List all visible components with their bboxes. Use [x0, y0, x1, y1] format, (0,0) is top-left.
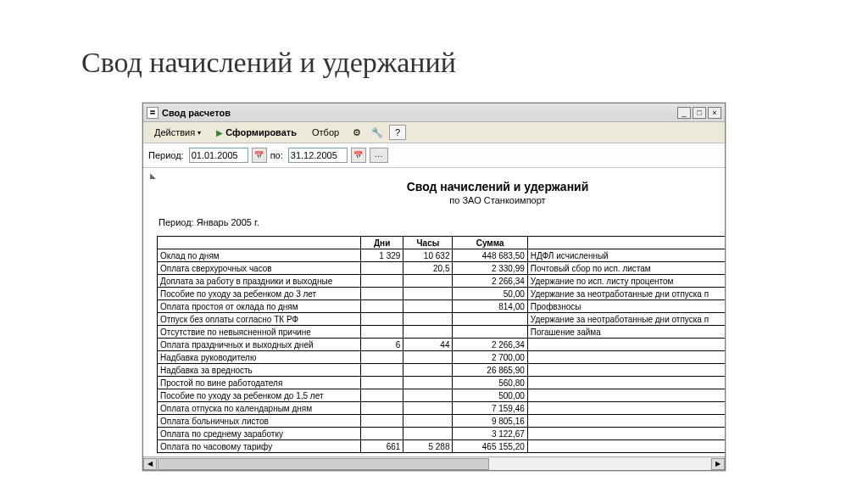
cell-hours [403, 402, 453, 415]
col-blank [158, 237, 361, 249]
scroll-right-icon[interactable]: ▶ [711, 458, 725, 470]
cell-desc: Доплата за работу в праздники и выходные [158, 275, 361, 288]
report-table: Дни Часы Сумма Сумма Оклад по дням1 3291… [157, 236, 725, 453]
table-row: Оплата отпуска по календарным дням7 159,… [158, 402, 726, 415]
cell-hours: 5 288 [403, 440, 453, 453]
cell-sum [453, 313, 527, 326]
cell-sum: 7 159,46 [453, 402, 527, 415]
cell-desc2 [527, 351, 725, 364]
cell-desc2: НДФЛ исчисленный [527, 249, 725, 262]
period-more-button[interactable]: … [370, 148, 388, 163]
cell-hours [403, 428, 453, 440]
table-row: Пособие по уходу за ребенком до 3 лет50,… [158, 288, 726, 300]
cell-days [360, 364, 403, 377]
scroll-track[interactable] [158, 458, 710, 470]
horizontal-scrollbar[interactable]: ◀ ▶ [143, 456, 725, 470]
cell-desc2 [527, 389, 725, 402]
table-row: Надбавка руководителю2 700,00 [158, 351, 726, 364]
cell-days [360, 402, 403, 415]
period-label: Период: [148, 150, 184, 160]
cell-days [360, 326, 403, 339]
cell-days [360, 415, 403, 428]
cell-desc2: Удержание за неотработанные дни отпуска … [527, 288, 725, 300]
cell-hours [403, 300, 453, 313]
cell-hours [403, 415, 453, 428]
cell-hours [403, 389, 453, 402]
settings-icon[interactable]: ⚙ [348, 125, 365, 140]
filter-button[interactable]: Отбор [306, 126, 345, 139]
cell-sum: 448 683,50 [453, 249, 527, 262]
table-row: Отсутствие по невыясненной причинеПогаше… [158, 326, 726, 339]
table-header-row: Дни Часы Сумма Сумма [158, 237, 726, 249]
form-button[interactable]: ▶ Сформировать [210, 126, 303, 139]
cell-desc: Оплата праздничных и выходных дней [158, 339, 361, 351]
report-period: Период: Январь 2005 г. [159, 217, 725, 227]
cell-desc2: Почтовый сбор по исп. листам [527, 262, 725, 275]
table-row: Отпуск без оплаты согласно ТК РФУдержани… [158, 313, 726, 326]
cell-desc2: Удержание по исп. листу процентом [527, 275, 725, 288]
table-row: Простой по вине работодателя560,80 [158, 377, 726, 389]
cell-sum: 50,00 [453, 288, 527, 300]
table-row: Оплата по среднему заработку3 122,67 [158, 428, 726, 440]
cell-sum: 9 805,16 [453, 415, 527, 428]
table-row: Пособие по уходу за ребенком до 1,5 лет5… [158, 389, 726, 402]
cell-days [360, 300, 403, 313]
cell-desc2 [527, 440, 725, 453]
cell-sum: 2 330,99 [453, 262, 527, 275]
table-row: Оплата простоя от оклада по дням814,00Пр… [158, 300, 726, 313]
cell-hours [403, 275, 453, 288]
cell-desc: Пособие по уходу за ребенком до 3 лет [158, 288, 361, 300]
col-days: Дни [360, 237, 403, 249]
cell-desc: Оклад по дням [158, 249, 361, 262]
date-to-input[interactable] [288, 148, 348, 163]
cell-desc: Отсутствие по невыясненной причине [158, 326, 361, 339]
cell-desc: Оплата простоя от оклада по дням [158, 300, 361, 313]
cell-hours [403, 288, 453, 300]
cell-desc: Оплата по часовому тарифу [158, 440, 361, 453]
cell-hours: 44 [403, 339, 453, 351]
scroll-thumb[interactable] [158, 458, 489, 470]
report-title: Свод начислений и удержаний [157, 180, 725, 193]
actions-menu[interactable]: Действия ▾ [148, 126, 207, 139]
cell-desc2: Удержание за неотработанные дни отпуска … [527, 313, 725, 326]
cell-days [360, 288, 403, 300]
cell-days [360, 275, 403, 288]
cell-days [360, 389, 403, 402]
cell-hours [403, 326, 453, 339]
maximize-button[interactable]: □ [693, 107, 706, 119]
cell-desc2: Профвзносы [527, 300, 725, 313]
calendar-to-icon[interactable]: 📅 [351, 148, 366, 163]
app-icon: 〓 [147, 107, 159, 119]
cell-days [360, 428, 403, 440]
cell-sum [453, 326, 527, 339]
play-icon: ▶ [216, 128, 223, 137]
cell-days: 1 329 [360, 249, 403, 262]
cell-desc: Оплата отпуска по календарным дням [158, 402, 361, 415]
cell-sum: 26 865,90 [453, 364, 527, 377]
report-area[interactable]: ◣ Свод начислений и удержаний по ЗАО Ста… [143, 168, 725, 456]
cell-desc2 [527, 402, 725, 415]
cell-hours [403, 377, 453, 389]
scroll-left-icon[interactable]: ◀ [143, 458, 157, 470]
minimize-button[interactable]: _ [677, 107, 691, 119]
table-row: Доплата за работу в праздники и выходные… [158, 275, 726, 288]
table-row: Оклад по дням1 32910 632448 683,50НДФЛ и… [158, 249, 726, 262]
cell-hours: 10 632 [403, 249, 453, 262]
report-page: Свод начислений и удержаний по ЗАО Станк… [150, 173, 725, 456]
date-from-input[interactable] [189, 148, 248, 163]
form-label: Сформировать [225, 127, 297, 137]
close-button[interactable]: × [708, 107, 721, 119]
help-icon[interactable]: ? [389, 125, 406, 140]
tool-icon[interactable]: 🔧 [369, 125, 386, 140]
cell-desc2: Погашение займа [527, 326, 725, 339]
col-sum: Сумма [453, 237, 527, 249]
calendar-from-icon[interactable]: 📅 [252, 148, 267, 163]
cell-desc: Надбавка за вредность [158, 364, 361, 377]
period-sep: по: [270, 150, 283, 160]
cell-desc: Оплата сверхурочных часов [158, 262, 361, 275]
actions-label: Действия [154, 127, 195, 137]
cell-desc2 [527, 377, 725, 389]
cell-desc: Надбавка руководителю [158, 351, 361, 364]
cell-days: 661 [360, 440, 403, 453]
page-corner-mark: ◣ [150, 171, 156, 180]
